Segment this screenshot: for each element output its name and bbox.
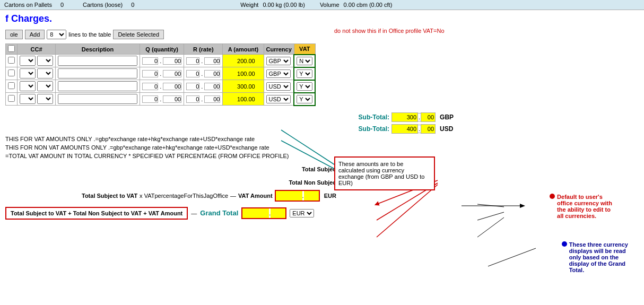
row2-currency[interactable]: GBPUSDEUR bbox=[266, 69, 291, 78]
col-quantity: Q (quantity) bbox=[140, 44, 184, 55]
blue-dot-1 bbox=[562, 241, 567, 247]
row1-vat[interactable]: NY bbox=[297, 57, 312, 65]
select-all-checkbox[interactable] bbox=[8, 45, 15, 52]
col-cc: CC# bbox=[18, 44, 56, 55]
volume-label: Volume bbox=[320, 2, 340, 8]
row4-currency[interactable]: GBPUSDEUR bbox=[266, 95, 291, 103]
row4-q2[interactable] bbox=[163, 95, 181, 103]
row3-r2[interactable] bbox=[204, 83, 220, 90]
table-row: . . . bbox=[6, 80, 316, 93]
row2-r2[interactable] bbox=[204, 70, 220, 77]
subtotal-gbp-amount: . bbox=[391, 112, 436, 122]
cartons-loose-val: 0 bbox=[131, 2, 134, 8]
grand-total-a1[interactable] bbox=[242, 208, 269, 218]
grand-total-label: Grand Total bbox=[200, 209, 238, 217]
col-amount: A (amount) bbox=[223, 44, 264, 55]
row2-cc1[interactable] bbox=[20, 68, 36, 79]
row1-a2[interactable] bbox=[249, 58, 264, 64]
vat-amount-a1[interactable] bbox=[276, 191, 302, 201]
row3-desc[interactable] bbox=[58, 81, 137, 91]
add-button[interactable]: Add bbox=[25, 30, 45, 39]
row4-a1[interactable] bbox=[223, 96, 247, 102]
row1-r2[interactable] bbox=[204, 57, 220, 65]
subtotal-usd-amount: . bbox=[391, 124, 436, 134]
table-button[interactable]: ole bbox=[5, 30, 23, 39]
row3-cc2[interactable] bbox=[37, 81, 53, 91]
annotation-box: These amounts are to be calculated using… bbox=[334, 156, 435, 190]
col-rate: R (rate) bbox=[184, 44, 223, 55]
vat-amount-a2[interactable] bbox=[304, 191, 319, 201]
row1-desc[interactable] bbox=[58, 56, 137, 66]
row2-q2[interactable] bbox=[163, 70, 181, 77]
row1-a1[interactable] bbox=[223, 58, 247, 64]
col-description: Description bbox=[56, 44, 140, 55]
charges-table-wrapper: CC# Description Q (quantity) R (rate) A … bbox=[0, 41, 644, 109]
row2-a1[interactable] bbox=[223, 71, 247, 77]
subtotal-usd-row: Sub-Total: . USD bbox=[5, 123, 644, 135]
delete-selected-button[interactable]: Delete Selected bbox=[113, 30, 164, 39]
row4-r1[interactable] bbox=[186, 95, 199, 103]
vat-formula: x VATpercentageForThisJagOffice bbox=[140, 193, 228, 199]
row4-checkbox[interactable] bbox=[8, 95, 15, 102]
row3-a2[interactable] bbox=[249, 83, 264, 90]
row4-vat[interactable]: NY bbox=[297, 95, 312, 103]
row2-cc2[interactable] bbox=[37, 68, 53, 79]
row2-desc[interactable] bbox=[58, 68, 137, 79]
vat-amount-label: VAT Amount bbox=[238, 193, 273, 199]
cartons-pallets-label: Cartons on Pallets bbox=[4, 2, 52, 8]
row1-checkbox[interactable] bbox=[8, 57, 15, 64]
col-checkbox bbox=[6, 44, 18, 55]
grand-total-a2[interactable] bbox=[271, 208, 285, 218]
row3-checkbox[interactable] bbox=[8, 82, 15, 89]
vat-amount-subj-label: Total Subject to VAT bbox=[82, 193, 137, 199]
row4-a2[interactable] bbox=[249, 96, 264, 102]
vat-amount-row: Total Subject to VAT x VATpercentageForT… bbox=[5, 190, 644, 202]
subtotal-gbp-row: Sub-Total: . GBP bbox=[5, 111, 644, 123]
row1-q1[interactable] bbox=[142, 57, 158, 65]
col-vat: VAT bbox=[294, 44, 315, 55]
lines-count-select[interactable]: 8 4 16 bbox=[47, 30, 66, 39]
row1-r1[interactable] bbox=[186, 57, 199, 65]
three-currency-text: These three currency displays will be re… bbox=[569, 241, 628, 273]
row4-desc[interactable] bbox=[58, 94, 137, 104]
col-currency: Currency bbox=[264, 44, 294, 55]
total-formula-note: =TOTAL VAT AMOUNT IN TOTAL CURRENCY * SP… bbox=[0, 152, 644, 160]
subtotal-gbp-a1[interactable] bbox=[391, 112, 418, 122]
row3-q2[interactable] bbox=[163, 83, 181, 90]
row1-cc2[interactable] bbox=[37, 56, 53, 66]
row4-r2[interactable] bbox=[204, 95, 220, 103]
arrow-svg-1 bbox=[462, 201, 525, 211]
row1-q2[interactable] bbox=[163, 57, 181, 65]
subtotal-usd-a2[interactable] bbox=[421, 124, 436, 134]
lines-label: lines to the table bbox=[68, 31, 111, 38]
three-currency-annotation: These three currency displays will be re… bbox=[562, 241, 628, 273]
row3-vat[interactable]: NY bbox=[297, 82, 312, 91]
red-dot-1 bbox=[550, 194, 555, 199]
row2-checkbox[interactable] bbox=[8, 69, 15, 76]
row2-r1[interactable] bbox=[186, 70, 199, 77]
row3-a1[interactable] bbox=[223, 83, 247, 90]
table-row: . . . bbox=[6, 93, 316, 106]
subtotal-gbp-a2[interactable] bbox=[421, 112, 436, 122]
row4-cc2[interactable] bbox=[37, 94, 53, 104]
grand-total-currency-select[interactable]: EURGBPUSD bbox=[290, 209, 314, 217]
row2-a2[interactable] bbox=[249, 71, 264, 77]
row4-cc1[interactable] bbox=[20, 94, 36, 104]
row2-vat[interactable]: NY bbox=[297, 69, 312, 78]
grand-total-box-text: Total Subject to VAT + Total Non Subject… bbox=[11, 210, 182, 216]
row2-q1[interactable] bbox=[142, 70, 158, 77]
toolbar: ole Add 8 4 16 lines to the table Delete… bbox=[0, 28, 644, 41]
subtotal-usd-a1[interactable] bbox=[391, 124, 418, 134]
default-currency-annotation: Default to user's office currency with t… bbox=[550, 194, 612, 219]
subtotal-gbp-currency: GBP bbox=[440, 114, 454, 121]
row4-q1[interactable] bbox=[142, 95, 158, 103]
row1-currency[interactable]: GBPUSDEUR bbox=[266, 57, 291, 65]
row3-r1[interactable] bbox=[186, 83, 199, 90]
weight-label: Weight bbox=[240, 2, 258, 8]
row3-cc1[interactable] bbox=[20, 81, 36, 91]
row3-q1[interactable] bbox=[142, 83, 158, 90]
row3-currency[interactable]: GBPUSDEUR bbox=[266, 82, 291, 91]
subtotal-usd-label: Sub-Total: bbox=[326, 125, 389, 133]
charges-table: CC# Description Q (quantity) R (rate) A … bbox=[5, 43, 316, 106]
row1-cc1[interactable] bbox=[20, 56, 36, 66]
